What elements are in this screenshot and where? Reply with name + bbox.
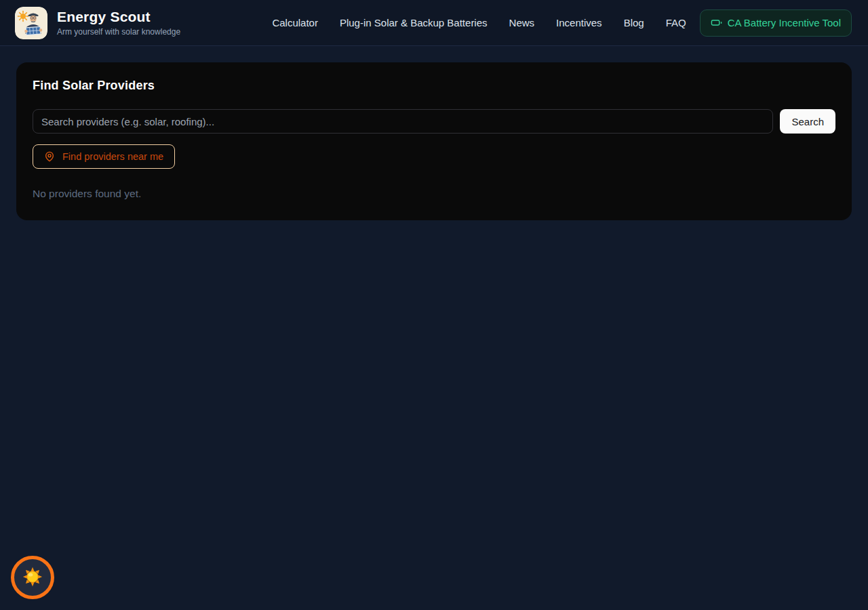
ca-battery-incentive-tool-button[interactable]: CA Battery Incentive Tool <box>700 9 852 37</box>
cta-label: CA Battery Incentive Tool <box>728 17 841 28</box>
find-providers-near-me-button[interactable]: Find providers near me <box>33 144 175 169</box>
nav-item-faq[interactable]: FAQ <box>666 17 686 28</box>
find-solar-providers-card: Find Solar Providers Search Find provide… <box>16 62 852 220</box>
brand-tagline: Arm yourself with solar knowledge <box>57 27 180 37</box>
map-pin-icon <box>44 151 55 162</box>
battery-icon <box>711 17 722 28</box>
brand-block[interactable]: Energy Scout Arm yourself with solar kno… <box>57 9 180 37</box>
card-title: Find Solar Providers <box>33 79 835 93</box>
search-button[interactable]: Search <box>780 109 835 134</box>
nav-item-calculator[interactable]: Calculator <box>272 17 318 28</box>
nav-item-incentives[interactable]: Incentives <box>556 17 602 28</box>
man-with-solar-panel-illustration <box>15 7 47 39</box>
provider-search-input[interactable] <box>33 109 773 134</box>
empty-state-message: No providers found yet. <box>33 188 835 200</box>
primary-nav: Calculator Plug-in Solar & Backup Batter… <box>272 17 686 28</box>
theme-toggle-button[interactable] <box>11 556 54 599</box>
nav-item-news[interactable]: News <box>509 17 535 28</box>
main-content: Find Solar Providers Search Find provide… <box>0 46 868 237</box>
brand-logo <box>15 7 47 39</box>
sun-icon <box>22 567 43 589</box>
site-header: Energy Scout Arm yourself with solar kno… <box>0 0 868 46</box>
brand-title: Energy Scout <box>57 9 180 25</box>
nav-item-blog[interactable]: Blog <box>624 17 644 28</box>
provider-search-row: Search <box>33 109 835 134</box>
nav-item-plug-in-solar[interactable]: Plug-in Solar & Backup Batteries <box>340 17 488 28</box>
near-me-label: Find providers near me <box>62 151 163 162</box>
